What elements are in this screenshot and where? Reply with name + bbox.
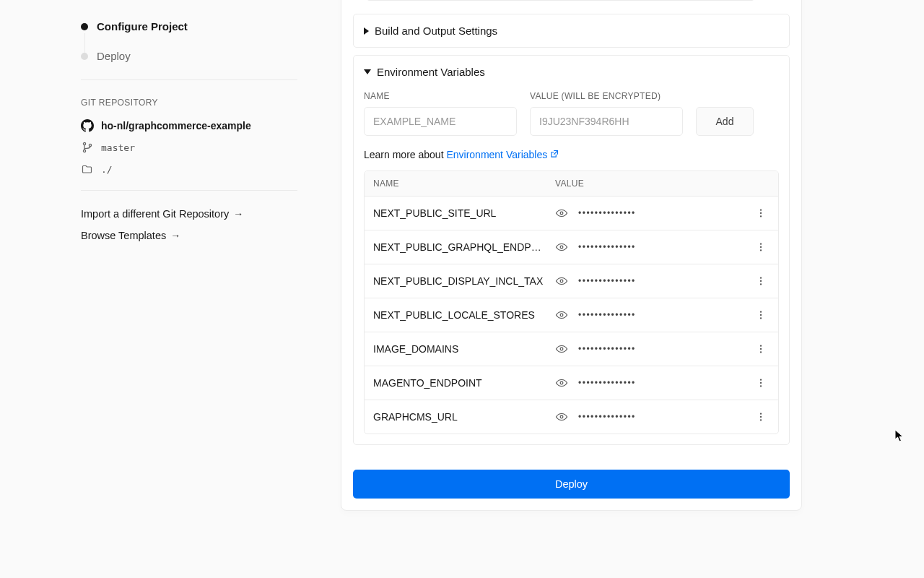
masked-value: •••••••••••••• [578, 412, 636, 422]
link-text: Browse Templates [81, 230, 166, 241]
env-var-row: GRAPHCMS_URL•••••••••••••• [365, 400, 778, 434]
arrow-right-icon: → [170, 230, 180, 241]
mouse-cursor [894, 429, 905, 444]
value-label: VALUE (WILL BE ENCRYPTED) [530, 91, 683, 101]
environment-variables-docs-link[interactable]: Environment Variables [446, 149, 559, 160]
deploy-button[interactable]: Deploy [353, 470, 790, 499]
reveal-value-button[interactable] [555, 207, 568, 220]
browse-templates-link[interactable]: Browse Templates → [81, 230, 297, 241]
env-name-input[interactable] [364, 107, 517, 136]
step-deploy[interactable]: Deploy [81, 50, 297, 62]
env-var-name: NEXT_PUBLIC_LOCALE_STORES [373, 309, 555, 321]
kebab-icon [756, 208, 766, 218]
caret-right-icon [364, 27, 369, 35]
env-value-input[interactable] [530, 107, 683, 136]
env-var-name: NEXT_PUBLIC_DISPLAY_INCL_TAX [373, 275, 555, 287]
step-dot-active [81, 23, 88, 30]
kebab-icon [756, 276, 766, 286]
env-var-name: NEXT_PUBLIC_GRAPHQL_ENDPOINT [373, 241, 555, 253]
svg-point-29 [760, 416, 762, 418]
learn-more-prefix: Learn more about [364, 149, 446, 160]
root-dir-row: ./ [81, 163, 297, 176]
repo-name: ho-nl/graphcommerce-example [101, 120, 251, 131]
svg-point-15 [560, 314, 563, 316]
branch-icon [81, 141, 94, 154]
env-var-menu-button[interactable] [752, 276, 770, 286]
external-link-icon [550, 149, 559, 160]
section-title: Environment Variables [377, 66, 485, 78]
eye-icon [555, 342, 568, 355]
svg-point-11 [560, 280, 563, 282]
env-var-row: NEXT_PUBLIC_SITE_URL•••••••••••••• [365, 196, 778, 230]
svg-point-2 [89, 144, 91, 146]
env-var-menu-button[interactable] [752, 242, 770, 252]
svg-point-8 [760, 243, 762, 244]
svg-point-7 [560, 246, 563, 249]
env-var-menu-button[interactable] [752, 412, 770, 422]
environment-variables-section: Environment Variables NAME VALUE (WILL B… [353, 55, 790, 445]
kebab-icon [756, 242, 766, 252]
svg-point-6 [760, 215, 762, 217]
svg-point-14 [760, 283, 762, 285]
reveal-value-button[interactable] [555, 309, 568, 322]
env-var-menu-button[interactable] [752, 344, 770, 354]
git-repository-heading: GIT REPOSITORY [81, 98, 297, 108]
reveal-value-button[interactable] [555, 275, 568, 288]
env-body: NAME VALUE (WILL BE ENCRYPTED) Add Learn… [364, 78, 779, 434]
reveal-value-button[interactable] [555, 342, 568, 355]
env-table-header: NAME VALUE [365, 171, 778, 196]
env-var-menu-button[interactable] [752, 310, 770, 320]
section-title: Build and Output Settings [375, 25, 497, 37]
svg-point-26 [760, 385, 762, 387]
masked-value: •••••••••••••• [578, 276, 636, 286]
reveal-value-button[interactable] [555, 376, 568, 389]
svg-point-22 [760, 351, 762, 353]
eye-icon [555, 309, 568, 322]
masked-value: •••••••••••••• [578, 378, 636, 388]
env-var-menu-button[interactable] [752, 208, 770, 218]
name-label: NAME [364, 91, 517, 101]
masked-value: •••••••••••••• [578, 310, 636, 320]
env-var-name: MAGENTO_ENDPOINT [373, 377, 555, 389]
divider [81, 190, 297, 191]
reveal-value-button[interactable] [555, 410, 568, 423]
env-var-name: NEXT_PUBLIC_SITE_URL [373, 207, 555, 219]
svg-point-24 [760, 379, 762, 380]
env-var-name: GRAPHCMS_URL [373, 411, 555, 423]
step-configure-project[interactable]: Configure Project [81, 20, 297, 33]
add-env-var-button[interactable]: Add [696, 107, 754, 136]
import-different-repo-link[interactable]: Import a different Git Repository → [81, 208, 297, 220]
svg-point-17 [760, 314, 762, 316]
eye-icon [555, 410, 568, 423]
eye-icon [555, 376, 568, 389]
env-var-value-cell: •••••••••••••• [555, 342, 752, 355]
root-dir: ./ [101, 164, 113, 175]
env-var-row: IMAGE_DOMAINS•••••••••••••• [365, 332, 778, 366]
env-var-row: MAGENTO_ENDPOINT•••••••••••••• [365, 366, 778, 400]
folder-icon [81, 163, 94, 176]
svg-point-19 [560, 348, 563, 350]
kebab-icon [756, 310, 766, 320]
env-var-value-cell: •••••••••••••• [555, 309, 752, 322]
env-var-menu-button[interactable] [752, 378, 770, 388]
environment-variables-toggle[interactable]: Environment Variables [364, 66, 779, 78]
svg-point-18 [760, 317, 762, 319]
build-output-settings-toggle[interactable]: Build and Output Settings [364, 25, 779, 37]
kebab-icon [756, 378, 766, 388]
column-header-value: VALUE [555, 178, 770, 189]
svg-point-9 [760, 246, 762, 248]
steps-list: Configure Project Deploy [81, 20, 297, 62]
repo-name-row: ho-nl/graphcommerce-example [81, 119, 297, 132]
github-icon [81, 119, 94, 132]
masked-value: •••••••••••••• [578, 208, 636, 218]
masked-value: •••••••••••••• [578, 344, 636, 354]
svg-point-5 [760, 212, 762, 214]
reveal-value-button[interactable] [555, 241, 568, 254]
env-var-value-cell: •••••••••••••• [555, 207, 752, 220]
env-var-row: NEXT_PUBLIC_LOCALE_STORES•••••••••••••• [365, 298, 778, 332]
svg-point-1 [83, 150, 85, 152]
step-dot-inactive [81, 53, 88, 60]
eye-icon [555, 241, 568, 254]
env-var-value-cell: •••••••••••••• [555, 275, 752, 288]
svg-point-4 [760, 209, 762, 210]
